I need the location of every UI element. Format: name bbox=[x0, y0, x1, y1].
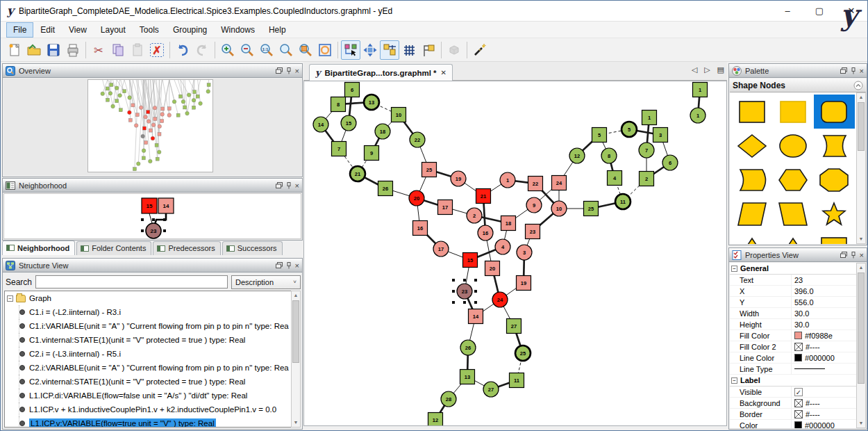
property-value[interactable]: 30.0 bbox=[794, 309, 809, 318]
palette-shape-round-rectangle[interactable] bbox=[814, 95, 855, 129]
menu-grouping[interactable]: Grouping bbox=[166, 22, 214, 38]
close-panel-icon[interactable]: × bbox=[295, 181, 299, 190]
search-input[interactable] bbox=[35, 275, 228, 288]
graph-node-17[interactable]: 17 bbox=[438, 200, 453, 215]
graph-node-1[interactable]: 1 bbox=[500, 172, 515, 188]
palette-shape-parallelogram-2[interactable] bbox=[772, 197, 813, 231]
graph-node-7[interactable]: 7 bbox=[332, 142, 347, 156]
tree-item[interactable]: L1.ICP.v + k1.inductiveCouplePin1.v + k2… bbox=[5, 402, 292, 416]
graph-node-13[interactable]: 13 bbox=[364, 95, 379, 110]
palette-shape-rectangle[interactable] bbox=[731, 95, 772, 129]
graph-node-10[interactable]: 10 bbox=[392, 108, 406, 122]
tree-item[interactable]: C1.vinternal:STATE(1)(unit = "V" protect… bbox=[5, 333, 292, 347]
document-tab[interactable]: y BipartiteGrap...tors.graphml * ✕ bbox=[309, 64, 453, 81]
graph-node-19[interactable]: 19 bbox=[451, 171, 466, 186]
color-swatch[interactable] bbox=[794, 354, 802, 361]
palette-shape-triangle[interactable] bbox=[731, 231, 772, 244]
float-icon[interactable] bbox=[276, 67, 283, 74]
tab-close-icon[interactable]: ✕ bbox=[441, 69, 446, 76]
scroll-up-icon[interactable]: ▲ bbox=[857, 93, 865, 101]
minimize-button[interactable]: – bbox=[771, 1, 803, 21]
menu-tools[interactable]: Tools bbox=[133, 22, 166, 38]
graph-node-18[interactable]: 18 bbox=[501, 216, 516, 231]
property-value[interactable]: #000000 bbox=[805, 354, 835, 362]
zoom-in-button[interactable] bbox=[218, 40, 237, 60]
menu-file[interactable]: File bbox=[6, 22, 33, 38]
cut-button[interactable]: ✂ bbox=[89, 40, 108, 60]
zoom-1-1-button[interactable]: 1:1 bbox=[257, 40, 276, 60]
pin-icon[interactable] bbox=[286, 262, 292, 269]
graph-node-25[interactable]: 25 bbox=[422, 163, 437, 177]
graph-node-3[interactable]: 3 bbox=[517, 245, 532, 260]
graph-node-10[interactable]: 10 bbox=[551, 201, 567, 216]
property-value[interactable]: #000000 bbox=[805, 421, 835, 429]
palette-shape-hexagon[interactable] bbox=[772, 163, 813, 197]
property-group-label[interactable]: −Label bbox=[730, 375, 856, 387]
palette-shape-octagon[interactable] bbox=[814, 163, 855, 197]
selection-handle[interactable] bbox=[163, 218, 166, 221]
checkbox-checked-icon[interactable]: ✓ bbox=[794, 388, 803, 396]
new-document-button[interactable] bbox=[5, 40, 24, 60]
selection-handle[interactable] bbox=[474, 301, 477, 304]
palette-shape-parallelogram[interactable] bbox=[731, 197, 772, 231]
tab-neighborhood[interactable]: Neighborhood bbox=[2, 241, 75, 255]
selection-handle[interactable] bbox=[452, 279, 455, 282]
property-value[interactable]: #---- bbox=[806, 399, 820, 407]
fit-content-button[interactable] bbox=[315, 40, 335, 60]
graph-node-2[interactable]: 2 bbox=[640, 172, 654, 186]
neighborhood-node-15[interactable]: 15 bbox=[142, 198, 157, 213]
menu-windows[interactable]: Windows bbox=[214, 22, 262, 38]
graph-node-4[interactable]: 4 bbox=[608, 171, 622, 186]
wizard-button[interactable] bbox=[470, 40, 490, 60]
graph-node-21[interactable]: 21 bbox=[476, 189, 491, 204]
no-color-swatch[interactable] bbox=[794, 399, 803, 407]
prev-tab-icon[interactable]: ◁ bbox=[692, 65, 697, 74]
zoom-button[interactable] bbox=[276, 40, 296, 60]
graph-node-15[interactable]: 15 bbox=[463, 253, 478, 268]
selection-handle[interactable] bbox=[463, 301, 466, 304]
graph-node-1[interactable]: 1 bbox=[693, 83, 708, 97]
tree-item[interactable]: L1.ICP.v:VARIABLE(flow=true unit = "V" )… bbox=[5, 416, 292, 428]
graph-node-4[interactable]: 4 bbox=[495, 239, 510, 254]
property-value[interactable]: 556.0 bbox=[794, 298, 814, 307]
grid-button[interactable] bbox=[399, 40, 419, 60]
property-value[interactable]: 23 bbox=[794, 276, 803, 284]
properties-scrollbar[interactable]: ▲ ▼ bbox=[856, 263, 866, 428]
graph-node-27[interactable]: 27 bbox=[507, 319, 521, 334]
graph-node-25[interactable]: 25 bbox=[584, 202, 599, 216]
graph-node-20[interactable]: 20 bbox=[409, 190, 424, 206]
next-tab-icon[interactable]: ▷ bbox=[704, 65, 710, 74]
collapse-icon[interactable]: − bbox=[731, 377, 737, 384]
graph-node-13[interactable]: 13 bbox=[460, 370, 475, 384]
graph-node-5[interactable]: 5 bbox=[621, 122, 637, 137]
snap-lines-button[interactable] bbox=[380, 40, 399, 60]
description-dropdown[interactable]: Description ˅ bbox=[231, 275, 301, 289]
collapse-icon[interactable]: − bbox=[7, 295, 13, 302]
float-icon[interactable] bbox=[276, 262, 283, 268]
open-file-button[interactable] bbox=[24, 40, 44, 60]
navigation-mode-button[interactable] bbox=[360, 40, 380, 60]
graph-node-16[interactable]: 16 bbox=[413, 221, 428, 236]
graph-node-26[interactable]: 26 bbox=[460, 340, 476, 355]
selection-handle[interactable] bbox=[463, 279, 466, 282]
menu-layout[interactable]: Layout bbox=[94, 22, 133, 38]
pin-icon[interactable] bbox=[286, 182, 292, 189]
palette-scrollbar[interactable]: ▲ ▼ bbox=[856, 92, 866, 244]
close-panel-icon[interactable]: × bbox=[295, 67, 299, 75]
tab-list-icon[interactable]: ▤ bbox=[717, 65, 724, 74]
graph-node-26[interactable]: 26 bbox=[378, 181, 393, 196]
close-panel-icon[interactable]: × bbox=[860, 251, 864, 259]
pin-icon[interactable] bbox=[286, 67, 292, 74]
selection-handle[interactable] bbox=[452, 301, 455, 304]
tree-item[interactable]: L1.ICP.di:VARIABLE(flow=false unit = "A/… bbox=[5, 389, 292, 402]
delete-button[interactable]: ✗ bbox=[147, 40, 167, 60]
structure-scrollbar[interactable]: ▲ ▼ bbox=[291, 291, 301, 428]
no-color-swatch[interactable] bbox=[794, 410, 803, 418]
selection-handle[interactable] bbox=[452, 290, 455, 293]
graph-node-11[interactable]: 11 bbox=[615, 194, 631, 209]
graph-node-25[interactable]: 25 bbox=[515, 345, 531, 361]
neighborhood-content[interactable]: 151423 bbox=[3, 193, 301, 239]
edit-mode-button[interactable] bbox=[341, 40, 360, 60]
pin-icon[interactable] bbox=[851, 67, 856, 74]
selection-handle[interactable] bbox=[163, 229, 166, 232]
